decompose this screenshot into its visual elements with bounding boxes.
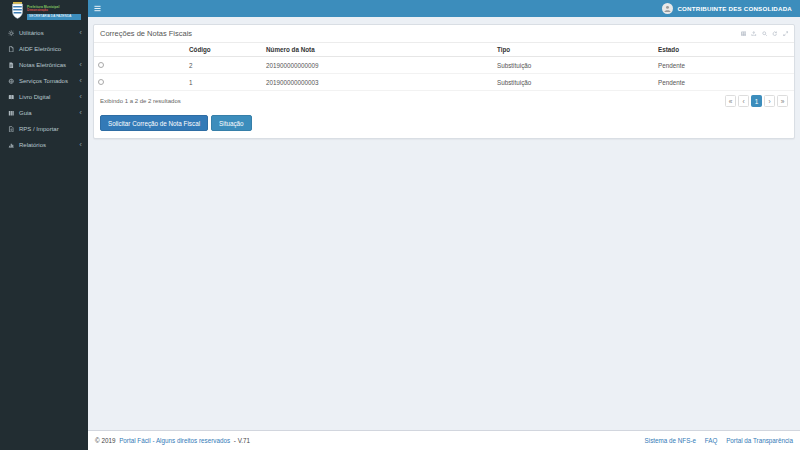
chevron-left-icon: ‹ (79, 78, 82, 84)
table-header-row: Código Número da Nota Tipo Estado (94, 43, 794, 57)
cell-tipo: Substituição (493, 57, 654, 74)
sidebar-toggle-button[interactable] (88, 0, 106, 17)
actions-bar: Solicitar Correção de Nota Fiscal Situaç… (94, 109, 794, 138)
table-icon[interactable] (741, 31, 747, 37)
sidebar-item-label: Livro Digital (19, 94, 50, 100)
correcoes-panel: Correções de Notas Fiscais (93, 24, 795, 139)
cell-tipo: Substituição (493, 74, 654, 91)
columns-icon (7, 110, 15, 117)
sidebar-item-label: Utilitários (19, 30, 44, 36)
cell-estado: Pendente (654, 74, 794, 91)
chevron-left-icon: ‹ (79, 62, 82, 68)
select-column-header (94, 43, 185, 57)
cell-numero: 201900000000009 (262, 57, 493, 74)
sidebar-item-label: RPS / Importar (19, 126, 59, 132)
column-header-tipo: Tipo (493, 43, 654, 57)
footer-left: © 2019 Portal Fácil - Alguns direitos re… (95, 437, 252, 444)
refresh-icon[interactable] (772, 31, 778, 37)
sidebar-item-aidf-eletronico[interactable]: AIDF Eletrônico (0, 41, 88, 57)
chevron-left-icon: ‹ (79, 142, 82, 148)
portal-facil-link[interactable]: Portal Fácil - Alguns direitos reservado… (119, 437, 230, 444)
sidebar-item-label: Relatórios (19, 142, 46, 148)
table-footer: Exibindo 1 a 2 de 2 resultados « ‹ 1 › » (94, 91, 794, 109)
solicitar-correcao-button[interactable]: Solicitar Correção de Nota Fiscal (100, 115, 208, 131)
brand-line3: SECRETARIA DA FAZENDA (27, 14, 81, 19)
brand-line2: Demonstração (27, 9, 81, 13)
municipal-crest-logo (11, 2, 24, 19)
version-text: - V.71 (234, 437, 250, 444)
cell-estado: Pendente (654, 57, 794, 74)
panel-title: Correções de Notas Fiscais (100, 29, 192, 38)
fullscreen-icon[interactable] (783, 31, 789, 37)
book-icon (7, 94, 15, 101)
portal-transparencia-link[interactable]: Portal da Transparência (726, 437, 793, 444)
sidebar-item-notas-eletronicas[interactable]: Notas Eletrônicas ‹ (0, 57, 88, 73)
sidebar: Prefeitura Municipal Demonstração SECRET… (0, 0, 88, 450)
pagination-first-button[interactable]: « (725, 95, 736, 107)
file-icon (7, 46, 15, 53)
table-row[interactable]: 1 201900000000003 Substituição Pendente (94, 74, 794, 91)
user-name: CONTRIBUINTE DES CONSOLIDADA (677, 5, 792, 12)
topbar: CONTRIBUINTE DES CONSOLIDADA (88, 0, 800, 17)
chevron-left-icon: ‹ (79, 110, 82, 116)
wheel-icon (7, 78, 15, 85)
file-import-icon (7, 126, 15, 133)
column-header-numero: Número da Nota (262, 43, 493, 57)
footer: © 2019 Portal Fácil - Alguns direitos re… (88, 430, 800, 450)
sidebar-item-livro-digital[interactable]: Livro Digital ‹ (0, 89, 88, 105)
bar-chart-icon (7, 142, 15, 149)
chevron-left-icon: ‹ (79, 30, 82, 36)
user-avatar (662, 3, 673, 14)
sidebar-item-relatorios[interactable]: Relatórios ‹ (0, 137, 88, 153)
panel-header: Correções de Notas Fiscais (94, 25, 794, 43)
copyright-text: © 2019 (95, 437, 115, 444)
sidebar-item-label: Notas Eletrônicas (19, 62, 66, 68)
pagination-last-button[interactable]: » (777, 95, 788, 107)
chevron-left-icon: ‹ (79, 94, 82, 100)
panel-toolbar (741, 31, 789, 37)
pagination: « ‹ 1 › » (723, 95, 788, 107)
situacao-button[interactable]: Situação (211, 115, 252, 131)
gear-icon (7, 30, 15, 37)
sidebar-item-guia[interactable]: Guia ‹ (0, 105, 88, 121)
main-content: Correções de Notas Fiscais (88, 17, 800, 430)
user-menu[interactable]: CONTRIBUINTE DES CONSOLIDADA (654, 0, 800, 17)
cell-numero: 201900000000003 (262, 74, 493, 91)
sistema-nfse-link[interactable]: Sistema de NFS-e (645, 437, 696, 444)
results-summary: Exibindo 1 a 2 de 2 resultados (100, 98, 181, 104)
row-radio-button[interactable] (98, 62, 104, 68)
sidebar-item-label: Serviços Tomados (19, 78, 68, 84)
pagination-page-1-button[interactable]: 1 (751, 95, 762, 107)
cell-codigo: 2 (185, 57, 262, 74)
sidebar-item-servicos-tomados[interactable]: Serviços Tomados ‹ (0, 73, 88, 89)
sidebar-item-label: Guia (19, 110, 32, 116)
pagination-next-button[interactable]: › (764, 95, 775, 107)
file-text-icon (7, 62, 15, 69)
column-header-codigo: Código (185, 43, 262, 57)
notas-table: Código Número da Nota Tipo Estado 2 2019… (94, 43, 794, 91)
export-icon[interactable] (751, 31, 757, 37)
sidebar-menu: Utilitários ‹ AIDF Eletrônico Notas Elet… (0, 25, 88, 153)
sidebar-item-rps-importar[interactable]: RPS / Importar (0, 121, 88, 137)
column-header-estado: Estado (654, 43, 794, 57)
faq-link[interactable]: FAQ (705, 437, 718, 444)
table-row[interactable]: 2 201900000000009 Substituição Pendente (94, 57, 794, 74)
footer-right: Sistema de NFS-e FAQ Portal da Transparê… (638, 437, 793, 444)
sidebar-item-label: AIDF Eletrônico (19, 46, 61, 52)
brand[interactable]: Prefeitura Municipal Demonstração SECRET… (0, 0, 88, 22)
row-radio-button[interactable] (98, 79, 104, 85)
sidebar-item-utilitarios[interactable]: Utilitários ‹ (0, 25, 88, 41)
hamburger-icon (94, 5, 101, 12)
brand-text: Prefeitura Municipal Demonstração SECRET… (27, 2, 81, 20)
pagination-prev-button[interactable]: ‹ (738, 95, 749, 107)
cell-codigo: 1 (185, 74, 262, 91)
search-icon[interactable] (762, 31, 768, 37)
